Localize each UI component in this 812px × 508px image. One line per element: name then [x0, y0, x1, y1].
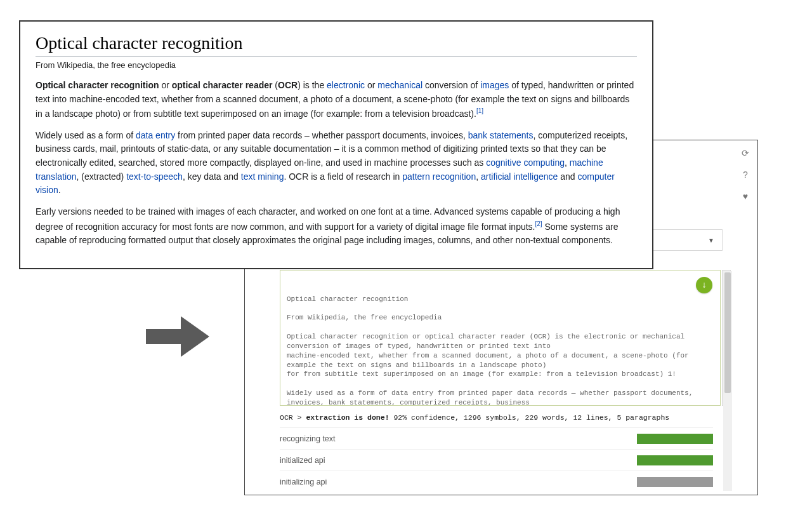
- progress-bar: [637, 434, 713, 444]
- chevron-down-icon: ▼: [708, 237, 714, 244]
- bold-ocr-2: optical character reader: [172, 80, 273, 90]
- link-pattern-recognition[interactable]: pattern recognition: [402, 171, 476, 182]
- ocr-output-wrap: Optical character recognition From Wikip…: [280, 270, 731, 406]
- link-mechanical[interactable]: mechanical: [377, 80, 422, 90]
- download-button[interactable]: ↓: [696, 277, 712, 293]
- ocr-output-text[interactable]: Optical character recognition From Wikip…: [280, 270, 721, 406]
- arrow-right-icon: [143, 311, 213, 362]
- progress-bar: [637, 477, 713, 487]
- citation-2[interactable]: [2]: [535, 220, 542, 227]
- download-icon: ↓: [702, 279, 707, 291]
- progress-bar: [637, 455, 713, 465]
- favorite-icon[interactable]: ♥: [740, 191, 751, 201]
- panel-toolbar: ⟳ ? ♥: [740, 148, 751, 201]
- article-title: Optical character recognition: [36, 33, 637, 57]
- help-icon[interactable]: ?: [740, 170, 751, 180]
- status-bold: extraction is done!: [306, 413, 389, 422]
- citation-1[interactable]: [1]: [476, 107, 483, 114]
- wikipedia-article-box: Optical character recognition From Wikip…: [19, 20, 653, 269]
- link-data-entry[interactable]: data entry: [136, 130, 175, 140]
- progress-row: recognizing text: [280, 427, 713, 449]
- article-paragraph-3: Early versions needed to be trained with…: [36, 205, 637, 248]
- refresh-icon[interactable]: ⟳: [740, 148, 751, 158]
- link-images[interactable]: images: [480, 80, 509, 90]
- status-line: OCR > extraction is done! 92% confidence…: [280, 413, 723, 422]
- panel-scrollbar[interactable]: [723, 271, 732, 491]
- bold-ocr-1: Optical character recognition: [36, 80, 159, 90]
- bold-ocr-3: OCR: [278, 80, 298, 90]
- progress-label: initializing api: [280, 478, 327, 486]
- article-paragraph-2: Widely used as a form of data entry from…: [36, 129, 637, 197]
- progress-label: initialized api: [280, 456, 325, 465]
- article-paragraph-1: Optical character recognition or optical…: [36, 79, 637, 121]
- ocr-output-content: Optical character recognition From Wikip…: [287, 295, 714, 406]
- progress-row: initialized api: [280, 449, 713, 471]
- link-artificial-intelligence[interactable]: artificial intelligence: [481, 171, 558, 182]
- progress-list: recognizing text initialized api initial…: [280, 427, 713, 492]
- scrollbar-thumb[interactable]: [724, 272, 731, 393]
- progress-row: initializing api: [280, 471, 713, 492]
- link-electronic[interactable]: electronic: [327, 80, 365, 90]
- link-text-mining[interactable]: text mining: [241, 171, 284, 182]
- link-cognitive-computing[interactable]: cognitive computing: [486, 157, 565, 168]
- progress-label: recognizing text: [280, 434, 336, 443]
- article-subtitle: From Wikipedia, the free encyclopedia: [36, 60, 637, 70]
- link-bank-statements[interactable]: bank statements: [468, 130, 534, 140]
- link-text-to-speech[interactable]: text-to-speech: [126, 171, 183, 182]
